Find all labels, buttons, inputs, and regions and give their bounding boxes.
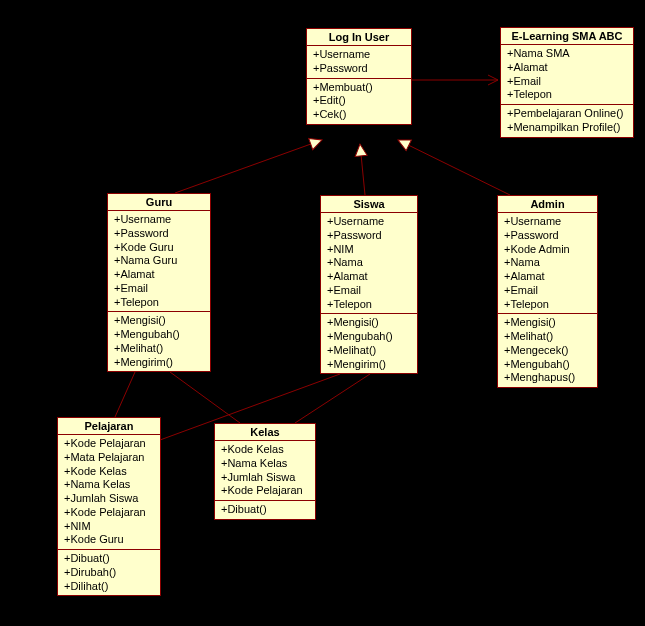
- rel-guru-kelas: [170, 372, 240, 423]
- rel-guru-login: [175, 140, 322, 193]
- class-attributes: +Username+Password+Kode Guru+Nama Guru+A…: [108, 211, 210, 312]
- method: +Mengubah(): [114, 328, 204, 342]
- attribute: +Email: [504, 284, 591, 298]
- method: +Dirubah(): [64, 566, 154, 580]
- attribute: +NIM: [64, 520, 154, 534]
- attribute: +Nama: [327, 256, 411, 270]
- attribute: +Kode Pelajaran: [64, 437, 154, 451]
- attribute: +Nama Guru: [114, 254, 204, 268]
- class-admin[interactable]: Admin+Username+Password+Kode Admin+Nama+…: [497, 195, 598, 388]
- attribute: +Password: [504, 229, 591, 243]
- class-methods: +Membuat()+Edit()+Cek(): [307, 79, 411, 124]
- rel-admin-login: [398, 140, 510, 195]
- method: +Menampilkan Profile(): [507, 121, 627, 135]
- attribute: +Email: [327, 284, 411, 298]
- attribute: +Telepon: [327, 298, 411, 312]
- attribute: +Kode Kelas: [64, 465, 154, 479]
- attribute: +Username: [114, 213, 204, 227]
- attribute: +Nama Kelas: [221, 457, 309, 471]
- method: +Melihat(): [504, 330, 591, 344]
- attribute: +Mata Pelajaran: [64, 451, 154, 465]
- attribute: +Telepon: [114, 296, 204, 310]
- method: +Melihat(): [327, 344, 411, 358]
- attribute: +Kode Admin: [504, 243, 591, 257]
- class-attributes: +Kode Kelas+Nama Kelas+Jumlah Siswa+Kode…: [215, 441, 315, 501]
- attribute: +Alamat: [507, 61, 627, 75]
- attribute: +Alamat: [114, 268, 204, 282]
- attribute: +Kode Kelas: [221, 443, 309, 457]
- attribute: +Password: [313, 62, 405, 76]
- attribute: +Password: [114, 227, 204, 241]
- method: +Mengirim(): [327, 358, 411, 372]
- method: +Mengubah(): [327, 330, 411, 344]
- method: +Mengisi(): [114, 314, 204, 328]
- attribute: +Jumlah Siswa: [221, 471, 309, 485]
- attribute: +Email: [114, 282, 204, 296]
- attribute: +Alamat: [327, 270, 411, 284]
- class-title: Siswa: [321, 196, 417, 213]
- rel-guru-pelajaran: [115, 372, 135, 417]
- class-title: Log In User: [307, 29, 411, 46]
- method: +Dibuat(): [221, 503, 309, 517]
- class-title: Pelajaran: [58, 418, 160, 435]
- method: +Menghapus(): [504, 371, 591, 385]
- class-siswa[interactable]: Siswa+Username+Password+NIM+Nama+Alamat+…: [320, 195, 418, 374]
- method: +Mengisi(): [504, 316, 591, 330]
- class-kelas[interactable]: Kelas+Kode Kelas+Nama Kelas+Jumlah Siswa…: [214, 423, 316, 520]
- attribute: +Nama SMA: [507, 47, 627, 61]
- class-title: E-Learning SMA ABC: [501, 28, 633, 45]
- attribute: +Kode Guru: [114, 241, 204, 255]
- attribute: +Username: [313, 48, 405, 62]
- method: +Mengirim(): [114, 356, 204, 370]
- class-title: Admin: [498, 196, 597, 213]
- class-title: Kelas: [215, 424, 315, 441]
- attribute: +Email: [507, 75, 627, 89]
- class-attributes: +Nama SMA+Alamat+Email+Telepon: [501, 45, 633, 105]
- method: +Melihat(): [114, 342, 204, 356]
- attribute: +Alamat: [504, 270, 591, 284]
- attribute: +Kode Guru: [64, 533, 154, 547]
- attribute: +Jumlah Siswa: [64, 492, 154, 506]
- method: +Mengisi(): [327, 316, 411, 330]
- rel-siswa-kelas: [295, 374, 370, 423]
- rel-siswa-login: [360, 144, 365, 195]
- class-methods: +Mengisi()+Mengubah()+Melihat()+Mengirim…: [321, 314, 417, 373]
- attribute: +Telepon: [507, 88, 627, 102]
- class-attributes: +Kode Pelajaran+Mata Pelajaran+Kode Kela…: [58, 435, 160, 550]
- attribute: +Username: [504, 215, 591, 229]
- uml-canvas: Log In User+Username+Password+Membuat()+…: [0, 0, 645, 626]
- method: +Edit(): [313, 94, 405, 108]
- class-attributes: +Username+Password+NIM+Nama+Alamat+Email…: [321, 213, 417, 314]
- method: +Cek(): [313, 108, 405, 122]
- class-methods: +Mengisi()+Melihat()+Mengecek()+Mengubah…: [498, 314, 597, 387]
- attribute: +Username: [327, 215, 411, 229]
- class-login[interactable]: Log In User+Username+Password+Membuat()+…: [306, 28, 412, 125]
- class-pelajaran[interactable]: Pelajaran+Kode Pelajaran+Mata Pelajaran+…: [57, 417, 161, 596]
- class-guru[interactable]: Guru+Username+Password+Kode Guru+Nama Gu…: [107, 193, 211, 372]
- class-methods: +Dibuat()+Dirubah()+Dilihat(): [58, 550, 160, 595]
- attribute: +Nama Kelas: [64, 478, 154, 492]
- method: +Mengubah(): [504, 358, 591, 372]
- method: +Membuat(): [313, 81, 405, 95]
- attribute: +Nama: [504, 256, 591, 270]
- class-title: Guru: [108, 194, 210, 211]
- class-elearning[interactable]: E-Learning SMA ABC+Nama SMA+Alamat+Email…: [500, 27, 634, 138]
- attribute: +Password: [327, 229, 411, 243]
- class-methods: +Dibuat(): [215, 501, 315, 519]
- method: +Pembelajaran Online(): [507, 107, 627, 121]
- method: +Mengecek(): [504, 344, 591, 358]
- attribute: +NIM: [327, 243, 411, 257]
- method: +Dilihat(): [64, 580, 154, 594]
- class-attributes: +Username+Password+Kode Admin+Nama+Alama…: [498, 213, 597, 314]
- class-methods: +Pembelajaran Online()+Menampilkan Profi…: [501, 105, 633, 137]
- attribute: +Kode Pelajaran: [64, 506, 154, 520]
- method: +Dibuat(): [64, 552, 154, 566]
- attribute: +Telepon: [504, 298, 591, 312]
- class-methods: +Mengisi()+Mengubah()+Melihat()+Mengirim…: [108, 312, 210, 371]
- attribute: +Kode Pelajaran: [221, 484, 309, 498]
- class-attributes: +Username+Password: [307, 46, 411, 79]
